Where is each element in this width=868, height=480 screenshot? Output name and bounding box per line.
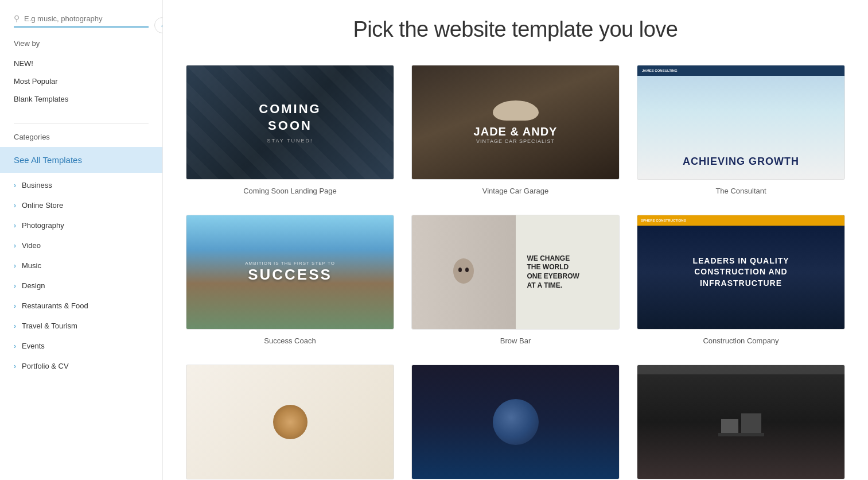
template-thumbnail-construction: SPHERE CONSTRUCTIONS LEADERS IN QUALITYC…	[637, 215, 845, 330]
space-circle-shape	[493, 399, 539, 445]
template-card-food[interactable]	[186, 365, 394, 480]
consultant-nav: JAMES CONSULTING	[637, 65, 844, 76]
chevron-right-icon: ›	[14, 282, 16, 290]
sidebar-item-most-popular[interactable]: Most Popular	[14, 72, 149, 90]
chevron-right-icon: ›	[14, 202, 16, 210]
dark-room-nav	[637, 365, 844, 374]
template-thumbnail-success: AMBITION IS THE FIRST STEP TO SUCCESS	[186, 215, 394, 330]
chevron-right-icon: ›	[14, 181, 16, 189]
page-title: Pick the website template you love	[186, 17, 845, 42]
template-preview-subtext: AMBITION IS THE FIRST STEP TO	[245, 261, 335, 266]
sidebar-collapse-button[interactable]: ‹	[154, 17, 163, 33]
sidebar-divider	[14, 123, 149, 123]
template-name-success-coach: Success Coach	[186, 336, 394, 347]
sidebar: ‹ ⚲ View by NEW! Most Popular Blank Temp…	[0, 0, 163, 480]
template-thumbnail-vintage-car: JADE & ANDY VINTAGE CAR SPECIALIST	[411, 65, 620, 180]
brow-bar-text-panel: WE CHANGETHE WORLDONE EYEBROWAT A TIME.	[516, 215, 620, 329]
svg-rect-5	[718, 433, 764, 436]
category-label-design: Design	[22, 281, 45, 290]
template-card-construction[interactable]: SPHERE CONSTRUCTIONS LEADERS IN QUALITYC…	[637, 215, 845, 347]
template-thumbnail-food	[186, 365, 394, 479]
template-preview-text: WE CHANGETHE WORLDONE EYEBROWAT A TIME.	[527, 254, 608, 290]
sidebar-item-events[interactable]: › Events	[0, 336, 162, 356]
main-content: Pick the website template you love COMIN…	[163, 0, 868, 480]
construction-logo: SPHERE CONSTRUCTIONS	[641, 219, 686, 222]
template-preview-text: LEADERS IN QUALITYCONSTRUCTION ANDINFRAS…	[692, 256, 789, 289]
template-thumbnail-space	[411, 365, 620, 479]
categories-label: Categories	[0, 133, 162, 141]
category-label-video: Video	[22, 241, 41, 250]
chevron-right-icon: ›	[14, 302, 16, 310]
template-thumbnail-consultant: JAMES CONSULTING ACHIEVING GROWTH	[637, 65, 845, 180]
category-label-events: Events	[22, 342, 45, 350]
brow-bar-face	[412, 215, 516, 329]
template-thumbnail-brow-bar: WE CHANGETHE WORLDONE EYEBROWAT A TIME.	[411, 215, 620, 330]
templates-grid: COMINGSOON STAY TUNED! Coming Soon Landi…	[186, 65, 845, 480]
sidebar-item-music[interactable]: › Music	[0, 256, 162, 276]
template-name-brow-bar: Brow Bar	[411, 336, 620, 347]
template-preview-text: COMINGSOON	[259, 101, 321, 134]
sidebar-item-new[interactable]: NEW!	[14, 55, 149, 72]
view-by-section: View by NEW! Most Popular Blank Template…	[0, 39, 162, 108]
chevron-right-icon: ›	[14, 222, 16, 230]
template-name-construction: Construction Company	[637, 336, 845, 347]
template-preview-text: SUCCESS	[248, 266, 332, 284]
chevron-right-icon: ›	[14, 242, 16, 250]
category-label-business: Business	[22, 181, 52, 189]
sidebar-item-travel-tourism[interactable]: › Travel & Tourism	[0, 316, 162, 336]
sidebar-item-restaurants-food[interactable]: › Restaurants & Food	[0, 296, 162, 316]
svg-point-1	[458, 268, 462, 272]
sidebar-item-blank-templates[interactable]: Blank Templates	[14, 90, 149, 108]
chevron-right-icon: ›	[14, 322, 16, 330]
template-preview-text: ACHIEVING GROWTH	[683, 156, 799, 168]
template-card-success-coach[interactable]: AMBITION IS THE FIRST STEP TO SUCCESS Su…	[186, 215, 394, 347]
sidebar-item-business[interactable]: › Business	[0, 175, 162, 195]
svg-point-2	[465, 268, 469, 272]
template-card-coming-soon[interactable]: COMINGSOON STAY TUNED! Coming Soon Landi…	[186, 65, 394, 198]
sidebar-item-design[interactable]: › Design	[0, 276, 162, 296]
template-card-brow-bar[interactable]: WE CHANGETHE WORLDONE EYEBROWAT A TIME. …	[411, 215, 620, 347]
template-thumbnail-dark-room	[637, 365, 845, 479]
category-label-music: Music	[22, 261, 41, 270]
svg-rect-4	[741, 413, 761, 433]
sidebar-item-photography[interactable]: › Photography	[0, 215, 162, 235]
construction-nav: SPHERE CONSTRUCTIONS	[637, 215, 844, 226]
category-label-photography: Photography	[22, 221, 64, 230]
car-shape	[493, 100, 539, 121]
template-card-consultant[interactable]: JAMES CONSULTING ACHIEVING GROWTH The Co…	[637, 65, 845, 198]
template-card-dark-room[interactable]	[637, 365, 845, 480]
svg-point-0	[453, 258, 474, 284]
search-input[interactable]	[24, 14, 149, 23]
template-card-space[interactable]	[411, 365, 620, 480]
view-by-label: View by	[14, 39, 149, 48]
template-preview-title: JADE & ANDY	[474, 125, 558, 138]
sidebar-item-portfolio-cv[interactable]: › Portfolio & CV	[0, 356, 162, 376]
category-label-travel-tourism: Travel & Tourism	[22, 322, 77, 330]
room-silhouette	[718, 408, 764, 436]
chevron-left-icon: ‹	[161, 21, 163, 30]
sidebar-item-video[interactable]: › Video	[0, 235, 162, 256]
svg-rect-3	[721, 419, 738, 433]
search-container: ⚲	[14, 14, 149, 28]
template-card-vintage-car[interactable]: JADE & ANDY VINTAGE CAR SPECIALIST Vinta…	[411, 65, 620, 198]
template-name-coming-soon: Coming Soon Landing Page	[186, 187, 394, 198]
see-all-templates-item[interactable]: See All Templates	[0, 147, 162, 173]
category-label-restaurants-food: Restaurants & Food	[22, 301, 88, 310]
chevron-right-icon: ›	[14, 262, 16, 270]
consultant-logo: JAMES CONSULTING	[642, 69, 678, 72]
template-name-vintage-car: Vintage Car Garage	[411, 187, 620, 198]
category-label-portfolio-cv: Portfolio & CV	[22, 362, 69, 370]
template-name-consultant: The Consultant	[637, 187, 845, 198]
template-thumbnail-coming-soon: COMINGSOON STAY TUNED!	[186, 65, 394, 180]
search-icon: ⚲	[14, 14, 20, 23]
template-preview-subtext: STAY TUNED!	[267, 138, 313, 144]
sidebar-item-online-store[interactable]: › Online Store	[0, 195, 162, 215]
category-label-online-store: Online Store	[22, 201, 63, 210]
chevron-right-icon: ›	[14, 362, 16, 370]
food-plate-shape	[273, 405, 308, 439]
chevron-right-icon: ›	[14, 342, 16, 350]
face-silhouette	[452, 255, 475, 289]
template-preview-subtext: VINTAGE CAR SPECIALIST	[476, 138, 555, 144]
